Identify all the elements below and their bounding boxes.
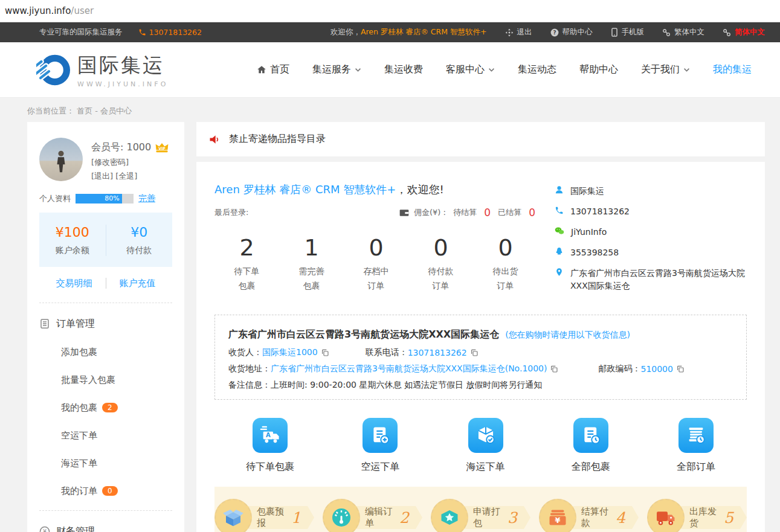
- sidebar-item-batch-import[interactable]: 批量导入包裹: [39, 374, 172, 386]
- nav-my-account[interactable]: 我的集运: [701, 63, 763, 76]
- profile-progress-bar: 80%: [76, 194, 134, 204]
- vip-crown-icon: VIP: [155, 143, 169, 153]
- topbar-phone-number: 13071813262: [149, 28, 202, 37]
- chevron-down-icon: [683, 68, 690, 72]
- stat-incomplete-packages[interactable]: 1 需完善包裹: [279, 234, 344, 293]
- logout-link[interactable]: 退出: [505, 27, 532, 37]
- logo-subtitle: WWW.JIYUN.INFO: [77, 80, 168, 88]
- nav-home[interactable]: 首页: [245, 63, 301, 76]
- quick-sea-order[interactable]: 海运下单: [466, 418, 505, 473]
- copy-icon[interactable]: [550, 365, 558, 373]
- sea-order-icon: [468, 418, 503, 453]
- change-password-link[interactable]: [修改密码]: [91, 156, 169, 170]
- topbar-slogan: 专业可靠的国际集运服务: [39, 27, 123, 37]
- announcement-bar[interactable]: 禁止寄递物品指导目录: [196, 122, 765, 156]
- speaker-icon: [208, 133, 221, 146]
- welcome-username: Aren 罗桂林 睿店® CRM 智慧软件+: [214, 183, 396, 196]
- location-pin-icon: [555, 268, 564, 277]
- all-packages-icon: [573, 418, 608, 453]
- warehouse-address-title: 广东省广州市白云区云霄路3号南航货运场大院XXX国际集运仓(您在购物时请使用以下…: [228, 328, 733, 341]
- transaction-detail-link[interactable]: 交易明细: [56, 278, 92, 289]
- logo-title: 国际集运: [77, 52, 168, 79]
- topbar-phone: 13071813262: [138, 28, 202, 37]
- logout-icon: [505, 28, 514, 37]
- topbar-welcome: 欢迎你，Aren 罗桂林 睿店® CRM 智慧软件+: [330, 27, 487, 37]
- logout-links[interactable]: [退出] [全退]: [91, 170, 169, 184]
- balance-label: 账户余额: [39, 245, 106, 256]
- truck-pending-icon: A: [253, 418, 288, 453]
- pending-settle-value: 0: [484, 207, 491, 219]
- svg-text:A: A: [266, 432, 271, 438]
- postal-code-value: 510000: [640, 364, 672, 374]
- copy-icon[interactable]: [470, 348, 479, 357]
- sidebar-item-sea-order[interactable]: 海运下单: [39, 458, 172, 469]
- balance-box: ¥100 账户余额 ¥0 待付款: [39, 213, 172, 267]
- browser-url-bar[interactable]: www.jiyun.info/user: [0, 0, 780, 22]
- copy-icon[interactable]: [321, 348, 329, 357]
- phone-icon: [555, 206, 564, 215]
- nav-services[interactable]: 集运服务: [301, 63, 373, 76]
- stat-archived-orders[interactable]: 0 存档中订单: [344, 234, 408, 293]
- phone-icon: [138, 28, 146, 36]
- commission-summary: 佣金(¥)： 待结算 0 已结算 0: [399, 207, 538, 219]
- complete-profile-link[interactable]: 完善: [138, 193, 155, 204]
- simplified-chinese-link[interactable]: 简体中文: [723, 27, 765, 37]
- quick-actions: A 待下单包裹 空运下单 海运下单: [214, 418, 747, 473]
- quick-all-orders[interactable]: 全部订单: [677, 418, 715, 473]
- remark-value: 上班时间: 9:00-20:00 星期六休息 如遇法定节假日 放假时间将另行通知: [271, 380, 542, 391]
- pending-value: ¥0: [106, 225, 173, 240]
- member-dashboard: Aren 罗桂林 睿店® CRM 智慧软件+，欢迎您! 最后登录: 佣金(¥)：…: [196, 162, 765, 532]
- chevron-down-icon: [488, 68, 495, 72]
- contact-wechat: JiYunInfo: [555, 226, 747, 239]
- shipping-address-value: 广东省广州市白云区云霄路3号南航货运场大院XXX国际集运仓(No.1000): [271, 364, 547, 374]
- stat-to-ship-orders[interactable]: 0 待出货订单: [473, 234, 538, 293]
- sidebar-item-my-packages[interactable]: 我的包裹 2: [39, 402, 172, 414]
- truck-icon: [655, 507, 677, 528]
- stat-pending-order-packages[interactable]: 2 待下单包裹: [214, 234, 279, 293]
- sidebar-item-my-orders[interactable]: 我的订单 0: [39, 486, 172, 497]
- nav-pricing[interactable]: 集运收费: [373, 63, 434, 76]
- quick-all-packages[interactable]: 全部包裹: [572, 418, 610, 473]
- order-count-badge: 0: [102, 486, 118, 496]
- contact-info: 国际集运 13071813262 JiYunInfo 355398258: [555, 182, 747, 300]
- account-balance: ¥100 账户余额: [39, 225, 106, 256]
- logo[interactable]: 国际集运 WWW.JIYUN.INFO: [36, 52, 168, 88]
- url-path: /user: [71, 5, 94, 16]
- divider: [39, 303, 172, 303]
- traditional-chinese-link[interactable]: 繁体中文: [662, 27, 704, 37]
- mobile-version-link[interactable]: 手机版: [611, 27, 645, 37]
- divider: [106, 278, 106, 289]
- avatar[interactable]: [39, 138, 83, 181]
- topbar-username[interactable]: Aren 罗桂林 睿店® CRM 智慧软件+: [361, 27, 487, 36]
- step-request-packing: 申请打包 3: [431, 499, 530, 532]
- help-center-link[interactable]: ? 帮助中心: [550, 27, 593, 37]
- nav-support[interactable]: 客服中心: [434, 63, 506, 76]
- finance-management-section: ¥ 财务管理: [39, 525, 172, 532]
- nav-about[interactable]: 关于我们: [630, 63, 701, 76]
- sidebar-item-air-order[interactable]: 空运下单: [39, 430, 172, 441]
- contact-qq: 355398258: [555, 246, 747, 259]
- stat-unpaid-orders[interactable]: 0 待付款订单: [408, 234, 473, 293]
- question-icon: ?: [550, 28, 559, 37]
- svg-text:¥: ¥: [555, 516, 561, 525]
- logo-icon: [36, 53, 70, 87]
- balance-value: ¥100: [39, 225, 106, 240]
- profile-progress-label: 个人资料: [39, 193, 71, 204]
- copy-icon[interactable]: [676, 365, 685, 373]
- nav-help[interactable]: 帮助中心: [568, 63, 630, 76]
- svg-text:?: ?: [553, 29, 556, 35]
- nav-news[interactable]: 集运动态: [506, 63, 568, 76]
- quick-pending-packages[interactable]: A 待下单包裹: [246, 418, 294, 473]
- quick-air-order[interactable]: 空运下单: [361, 418, 399, 473]
- all-orders-icon: [678, 418, 714, 453]
- sidebar: 会员号: 1000 VIP [修改密码] [退出] [全退] 个人资料 80% …: [27, 122, 184, 532]
- link-icon: [662, 28, 671, 37]
- main-nav: 首页 集运服务 集运收费 客服中心 集运动态 帮助中心 关于我们 我的集运: [245, 63, 763, 76]
- url-host: www.jiyun.info: [5, 5, 71, 16]
- site-header: 国际集运 WWW.JIYUN.INFO 首页 集运服务 集运收费 客服中心 集运…: [0, 42, 780, 98]
- step-settle-payment: ¥ 结算付款 4: [539, 499, 639, 532]
- member-number: 会员号: 1000: [91, 139, 151, 156]
- profile-block: 会员号: 1000 VIP [修改密码] [退出] [全退]: [39, 138, 172, 184]
- account-recharge-link[interactable]: 账户充值: [120, 278, 156, 289]
- sidebar-item-add-package[interactable]: 添加包裹: [39, 347, 172, 358]
